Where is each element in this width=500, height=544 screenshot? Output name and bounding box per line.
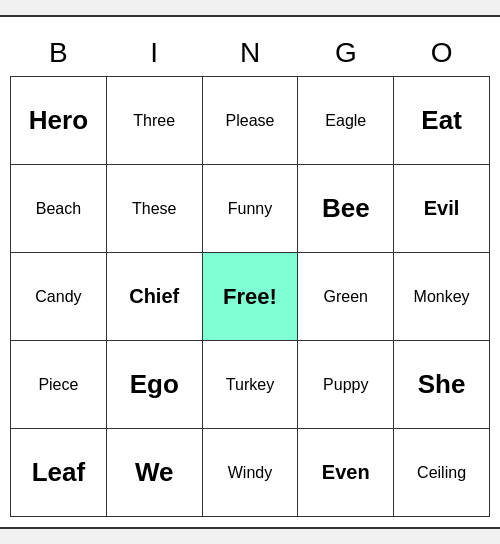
- table-cell: Even: [298, 429, 394, 517]
- bingo-card: BINGO HeroThreePleaseEagleEatBeachTheseF…: [0, 15, 500, 530]
- bingo-table: BINGO HeroThreePleaseEagleEatBeachTheseF…: [10, 27, 490, 518]
- table-cell: We: [106, 429, 202, 517]
- table-cell: Leaf: [11, 429, 107, 517]
- table-row: BeachTheseFunnyBeeEvil: [11, 165, 490, 253]
- table-cell: Hero: [11, 77, 107, 165]
- table-cell: These: [106, 165, 202, 253]
- table-cell: Ego: [106, 341, 202, 429]
- table-cell: Green: [298, 253, 394, 341]
- table-cell: Funny: [202, 165, 298, 253]
- table-cell: Beach: [11, 165, 107, 253]
- table-row: LeafWeWindyEvenCeiling: [11, 429, 490, 517]
- table-cell: Ceiling: [394, 429, 490, 517]
- table-cell: Piece: [11, 341, 107, 429]
- table-cell: Windy: [202, 429, 298, 517]
- table-cell: Chief: [106, 253, 202, 341]
- table-cell: Three: [106, 77, 202, 165]
- table-cell: Monkey: [394, 253, 490, 341]
- header-letter: B: [11, 27, 107, 77]
- table-cell: Eat: [394, 77, 490, 165]
- table-row: PieceEgoTurkeyPuppyShe: [11, 341, 490, 429]
- table-row: HeroThreePleaseEagleEat: [11, 77, 490, 165]
- table-cell: Bee: [298, 165, 394, 253]
- header-letter: N: [202, 27, 298, 77]
- table-row: CandyChiefFree!GreenMonkey: [11, 253, 490, 341]
- header-letter: I: [106, 27, 202, 77]
- table-cell: Puppy: [298, 341, 394, 429]
- header-letter: O: [394, 27, 490, 77]
- table-cell: Turkey: [202, 341, 298, 429]
- table-cell: Evil: [394, 165, 490, 253]
- table-cell: She: [394, 341, 490, 429]
- table-cell: Please: [202, 77, 298, 165]
- header-letter: G: [298, 27, 394, 77]
- table-cell: Candy: [11, 253, 107, 341]
- table-cell: Eagle: [298, 77, 394, 165]
- table-cell: Free!: [202, 253, 298, 341]
- header-row: BINGO: [11, 27, 490, 77]
